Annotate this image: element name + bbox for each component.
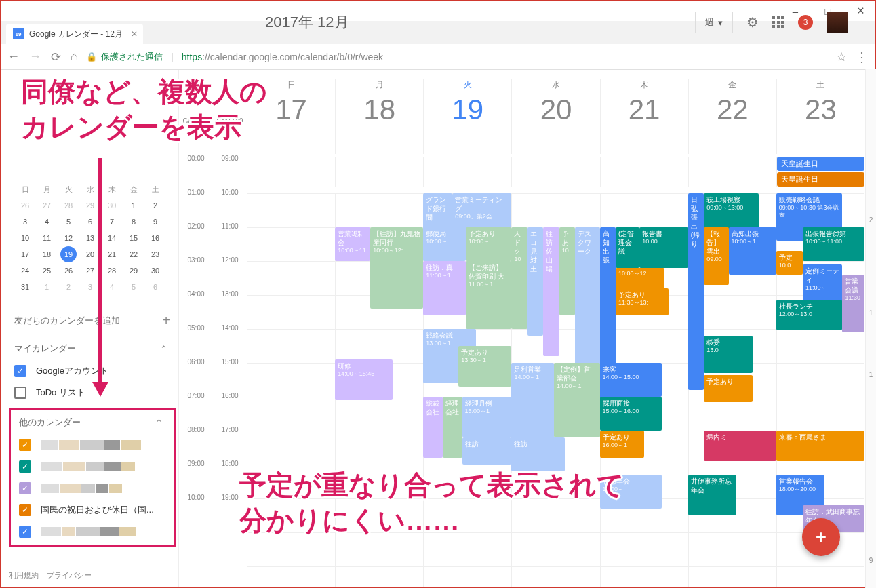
mini-cal-day[interactable]: 24 — [14, 262, 36, 279]
calendar-event[interactable]: 予あ10 — [559, 227, 575, 315]
mini-cal-day[interactable]: 23 — [144, 246, 166, 262]
mini-cal-day[interactable]: 9 — [144, 214, 166, 230]
calendar-event[interactable]: 人ドク10 — [511, 227, 527, 329]
other-calendars-header[interactable]: 他のカレンダー⌃ — [11, 412, 174, 434]
mini-cal-day[interactable]: 27 — [36, 197, 58, 214]
calendar-event[interactable]: 往訪：真11:00～1 — [423, 261, 465, 315]
mini-cal-day[interactable]: 11 — [36, 230, 58, 246]
calendar-event[interactable]: 経理会社 — [443, 397, 462, 458]
mini-calendar[interactable]: 日月火水木金土262728293012345678910111213141516… — [6, 181, 178, 295]
secure-indicator[interactable]: 🔒 保護された通信 — [86, 51, 163, 63]
day-header[interactable]: 月18 — [335, 79, 423, 154]
calendar-event[interactable]: 報告書10:00 — [639, 227, 688, 268]
allday-event[interactable]: 天皇誕生日 — [777, 157, 864, 171]
browser-menu-icon[interactable]: ⋮ — [855, 49, 869, 65]
add-calendar-input[interactable] — [14, 311, 136, 330]
calendar-event[interactable]: 来客：西尾さま — [776, 431, 864, 461]
day-header[interactable]: 日17 — [247, 79, 335, 154]
mini-cal-day[interactable]: 2 — [144, 197, 166, 214]
url-text[interactable]: https://calendar.google.com/calendar/b/0… — [182, 52, 383, 62]
calendar-event[interactable]: 【ご来訪】佐賀印刷 大11:00～1 — [466, 261, 512, 329]
calendar-event[interactable]: 予定あり16:00～1 — [600, 431, 644, 458]
calendar-event[interactable]: 移委13:0 — [704, 336, 753, 373]
mini-cal-day[interactable]: 21 — [101, 246, 123, 262]
calendar-event[interactable]: 井伊事務所忘年会 — [688, 475, 737, 515]
calendar-event[interactable]: 総裁会社 — [423, 397, 443, 458]
mini-cal-day[interactable]: 4 — [36, 214, 58, 230]
calendar-event[interactable]: 予定あり — [704, 375, 753, 402]
notification-badge[interactable]: 3 — [798, 15, 813, 30]
calendar-event[interactable]: 社忘年会18:00～ — [600, 475, 662, 509]
calendar-event[interactable]: 【定例】営業部会14:00～1 — [554, 363, 600, 437]
calendar-event[interactable]: 日弘張出(帰り — [688, 193, 704, 390]
mini-cal-day[interactable]: 26 — [58, 262, 79, 279]
reload-icon[interactable]: ⟳ — [51, 50, 61, 64]
day-header[interactable]: 木21 — [600, 79, 688, 154]
avatar[interactable] — [827, 12, 848, 33]
calendar-event[interactable]: 経理月例15:00～1 — [462, 397, 512, 437]
footer-links[interactable]: 利用規約 – プライバシー — [9, 570, 92, 581]
calendar-item[interactable]: ✓ — [11, 434, 174, 456]
calendar-event[interactable]: 往訪 — [511, 437, 564, 471]
mini-cal-day[interactable]: 31 — [14, 279, 36, 295]
mini-cal-day[interactable]: 8 — [123, 214, 144, 230]
calendar-event[interactable]: 【報告】雲出09:00 — [704, 227, 728, 285]
add-icon[interactable]: + — [162, 313, 170, 328]
calendar-event[interactable]: デスクワーク — [575, 227, 599, 383]
mini-cal-day[interactable]: 15 — [123, 230, 144, 246]
calendar-event[interactable]: 社長ランチ12:00～13:0 — [776, 300, 843, 330]
calendar-event[interactable]: 往訪 — [462, 437, 512, 465]
events-area[interactable]: グランド銀行間営業ミーティング09:00、第2会営業3課会10:00～11【往訪… — [247, 193, 864, 587]
mini-cal-day[interactable]: 26 — [14, 197, 36, 214]
calendar-event[interactable]: 高知出張10:00～1 — [729, 227, 776, 275]
calendar-event[interactable]: 予定10:0 — [776, 251, 803, 275]
calendar-event[interactable]: 研修14:00～15:45 — [335, 359, 393, 400]
bookmark-star-icon[interactable]: ☆ — [836, 50, 847, 64]
my-calendars-header[interactable]: マイカレンダー⌃ — [6, 330, 178, 360]
day-header[interactable]: 水20 — [511, 79, 599, 154]
create-event-fab[interactable]: + — [802, 518, 840, 556]
mini-cal-day[interactable]: 18 — [36, 246, 58, 262]
day-header[interactable]: 土23 — [776, 79, 864, 154]
mini-cal-day[interactable]: 28 — [101, 262, 123, 279]
calendar-item[interactable]: ✓国民の祝日および休日（国... — [11, 499, 174, 521]
mini-cal-day[interactable]: 19 — [58, 246, 79, 262]
mini-cal-day[interactable]: 12 — [58, 230, 79, 246]
mini-cal-day[interactable]: 7 — [101, 214, 123, 230]
calendar-event[interactable]: 営業3課会10:00～11 — [335, 227, 370, 261]
mini-cal-day[interactable]: 1 — [36, 279, 58, 295]
mini-cal-day[interactable]: 29 — [123, 262, 144, 279]
mini-cal-day[interactable]: 3 — [14, 214, 36, 230]
mini-cal-day[interactable]: 30 — [144, 262, 166, 279]
mini-cal-day[interactable]: 17 — [14, 246, 36, 262]
calendar-event[interactable]: (定管理会議 — [616, 227, 639, 268]
mini-cal-day[interactable]: 2 — [58, 279, 79, 295]
allday-event[interactable]: 天皇誕生日 — [777, 172, 864, 187]
calendar-event[interactable]: 予定あり11:30～13: — [616, 288, 669, 315]
mini-cal-day[interactable]: 10 — [14, 230, 36, 246]
calendar-event[interactable]: 郵便局10:00～ — [423, 227, 465, 261]
calendar-event[interactable]: 【往訪】九鬼物産同行10:00～12: — [370, 227, 423, 309]
mini-cal-day[interactable]: 5 — [58, 214, 79, 230]
calendar-event[interactable]: 定例ミーティ11:00～ — [803, 264, 843, 305]
back-icon[interactable]: ← — [7, 50, 20, 64]
calendar-event[interactable]: 営業会議11:30 — [842, 275, 864, 332]
calendar-event[interactable]: エコ見対土 — [527, 227, 543, 336]
forward-icon[interactable]: → — [29, 50, 41, 64]
calendar-event[interactable]: 出張報告@第10:00～11:00 — [803, 227, 864, 261]
calendar-item[interactable]: ✓ — [11, 477, 174, 499]
mini-cal-day[interactable]: 16 — [144, 230, 166, 246]
calendar-event[interactable]: 予定あり10:00～ — [466, 227, 512, 261]
calendar-event[interactable]: 採用面接15:00～16:00 — [600, 397, 662, 431]
mini-cal-day[interactable]: 6 — [144, 279, 166, 295]
mini-cal-day[interactable]: 4 — [101, 279, 123, 295]
mini-cal-day[interactable]: 5 — [123, 279, 144, 295]
calendar-item[interactable]: ✓Googleアカウント — [6, 360, 178, 382]
calendar-event[interactable]: 帰内ミ — [704, 431, 776, 461]
home-icon[interactable]: ⌂ — [71, 50, 78, 64]
mini-cal-day[interactable]: 1 — [123, 197, 144, 214]
gear-icon[interactable]: ⚙ — [746, 14, 759, 31]
calendar-item[interactable]: ✓ — [11, 521, 174, 543]
view-selector[interactable]: 週▾ — [695, 12, 733, 33]
calendar-item[interactable]: ✓ — [11, 456, 174, 477]
